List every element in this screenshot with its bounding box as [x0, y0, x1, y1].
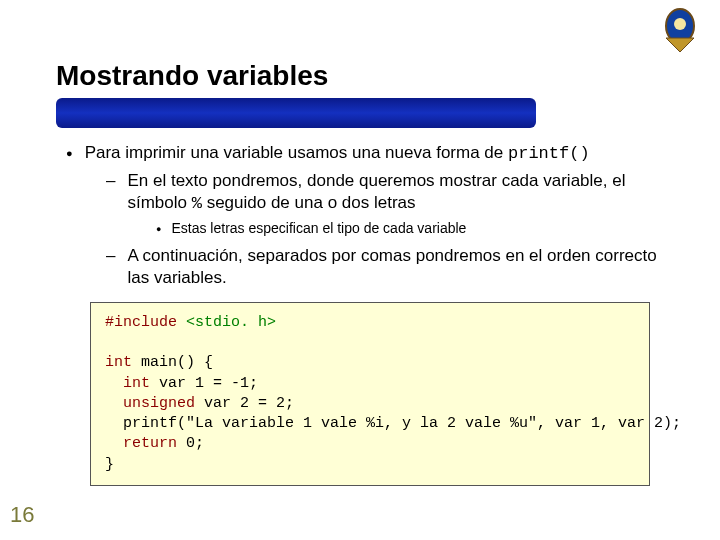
bullet-list: ● Para imprimir una variable usamos una … [56, 142, 680, 288]
code-example-box: #include <stdio. h> int main() { int var… [90, 302, 650, 486]
code-l4-kw: int [105, 375, 150, 392]
bullet-dot-small-icon: ● [156, 224, 161, 235]
code-l1-kw: #include [105, 314, 186, 331]
bullet-sub1-code: % [192, 194, 202, 213]
code-l3-rest: main() { [132, 354, 213, 371]
title-accent-bar [56, 98, 536, 128]
bullet-main-text: Para imprimir una variable usamos una nu… [85, 143, 508, 162]
code-l7-rest: 0; [177, 435, 204, 452]
bullet-dash-icon: – [106, 245, 115, 266]
bullet-main: Para imprimir una variable usamos una nu… [85, 142, 680, 164]
code-l1-inc: <stdio. h> [186, 314, 276, 331]
bullet-subsub1: Estas letras especifican el tipo de cada… [171, 220, 680, 238]
code-l5-kw: unsigned [105, 395, 195, 412]
bullet-dash-icon: – [106, 170, 115, 191]
bullet-sub1-post: seguido de una o dos letras [202, 193, 416, 212]
slide-title: Mostrando variables [56, 60, 680, 92]
code-l4-rest: var 1 = -1; [150, 375, 258, 392]
code-l3-kw: int [105, 354, 132, 371]
bullet-main-code: printf() [508, 144, 590, 163]
code-l5-rest: var 2 = 2; [195, 395, 294, 412]
svg-point-1 [674, 18, 686, 30]
code-l8: } [105, 456, 114, 473]
code-l6: printf("La variable 1 vale %i, y la 2 va… [105, 415, 681, 432]
bullet-sub2: A continuación, separados por comas pond… [127, 245, 680, 288]
page-number: 16 [10, 502, 34, 528]
code-l7-kw: return [105, 435, 177, 452]
bullet-sub1: En el texto pondremos, donde queremos mo… [127, 170, 680, 214]
university-crest-logo [658, 6, 702, 54]
bullet-dot-icon: ● [66, 147, 73, 161]
